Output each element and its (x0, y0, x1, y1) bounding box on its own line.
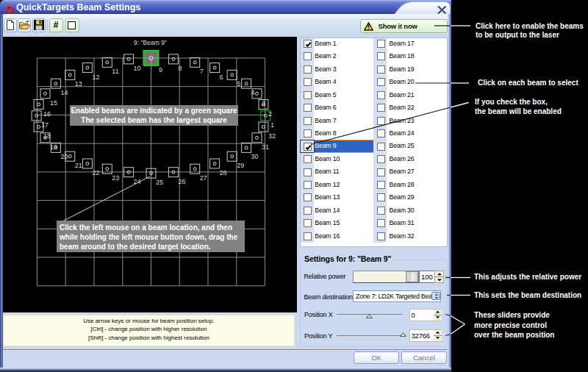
svg-text:1: 1 (270, 121, 273, 129)
svg-text:32: 32 (268, 132, 275, 140)
svg-text:28: 28 (219, 169, 226, 176)
svg-text:16: 16 (43, 110, 51, 118)
svg-text:20: 20 (60, 153, 68, 160)
svg-text:8: 8 (178, 65, 182, 72)
svg-text:31: 31 (262, 143, 269, 151)
svg-text:26: 26 (178, 178, 185, 185)
svg-text:9: 9 (159, 66, 162, 74)
svg-text:7: 7 (199, 68, 203, 75)
svg-text:4: 4 (251, 89, 254, 96)
svg-text:14: 14 (60, 89, 68, 96)
svg-text:22: 22 (92, 169, 99, 176)
svg-text:25: 25 (156, 179, 163, 186)
svg-text:3: 3 (262, 99, 265, 107)
svg-text:17: 17 (41, 121, 49, 129)
svg-text:23: 23 (112, 174, 119, 182)
svg-text:24: 24 (133, 178, 140, 185)
svg-text:11: 11 (112, 68, 118, 75)
svg-text:19: 19 (50, 143, 57, 151)
svg-text:29: 29 (237, 162, 244, 169)
svg-text:13: 13 (74, 80, 82, 87)
svg-text:2: 2 (268, 110, 271, 118)
svg-text:10: 10 (133, 65, 140, 72)
svg-text:18: 18 (43, 132, 51, 140)
svg-text:30: 30 (251, 153, 258, 160)
svg-text:12: 12 (92, 74, 99, 81)
svg-text:6: 6 (219, 74, 223, 81)
svg-text:15: 15 (50, 99, 57, 107)
svg-text:21: 21 (74, 162, 82, 169)
svg-text:5: 5 (237, 80, 240, 87)
svg-text:27: 27 (199, 174, 207, 182)
